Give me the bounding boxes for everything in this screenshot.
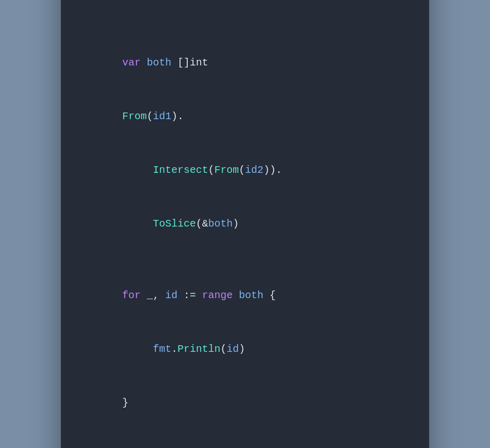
func-intersect: Intersect — [153, 164, 208, 176]
func-from-2: From — [214, 164, 239, 176]
blank-line-3 — [85, 430, 405, 447]
func-toslice: ToSlice — [153, 218, 196, 230]
code-editor: id1 := []int{44, 26, 92, 30, 71, 38} id2… — [61, 0, 429, 448]
type-both: []int — [177, 57, 208, 69]
code-line-3: var both []int — [85, 36, 405, 89]
arg-id: id — [227, 343, 239, 355]
keyword-range: range — [202, 289, 239, 301]
code-line-2: id2 := []int{39, 59, 83, 47, 26, 4, 30} — [85, 0, 405, 18]
code-window: id1 := []int{44, 26, 92, 30, 71, 38} id2… — [61, 0, 429, 448]
ref-both: both — [239, 289, 263, 301]
arg-both: both — [208, 218, 233, 230]
close-brace: } — [122, 397, 128, 409]
code-line-4: From(id1). — [85, 89, 405, 143]
keyword-for: for — [122, 289, 147, 301]
var-both: both — [147, 57, 177, 69]
blank-line-1 — [85, 18, 405, 36]
func-from: From — [122, 110, 147, 122]
arg-id2: id2 — [245, 164, 263, 176]
blank-line-2 — [85, 251, 405, 268]
arg-id1: id1 — [153, 110, 171, 122]
code-line-5: Intersect(From(id2)). — [85, 143, 405, 197]
func-println: Println — [177, 343, 220, 355]
code-line-7: for _, id := range both { — [85, 268, 405, 322]
code-line-8: fmt.Println(id) — [85, 322, 405, 376]
var-id: id — [165, 289, 177, 301]
code-line-6: ToSlice(&both) — [85, 197, 405, 251]
code-line-9: } — [85, 376, 405, 430]
pkg-fmt: fmt — [153, 343, 171, 355]
keyword-var: var — [122, 57, 147, 69]
